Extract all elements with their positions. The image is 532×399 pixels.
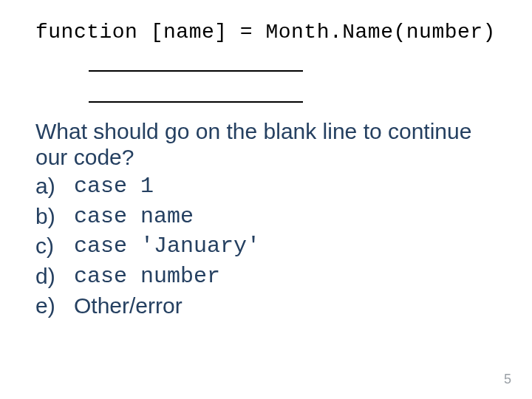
option-e-label: e): [35, 291, 74, 321]
slide: function [name] = Month.Name(number) Wha…: [0, 0, 532, 399]
option-d-code: case number: [74, 262, 220, 292]
blank-line-1: [89, 51, 497, 75]
option-a-label: a): [35, 171, 74, 202]
option-b: b) case name: [35, 202, 497, 232]
question-text: What should go on the blank line to cont…: [35, 119, 497, 170]
question-line-1: What should go on the blank line to cont…: [35, 119, 471, 143]
option-b-label: b): [35, 202, 74, 232]
option-d: d) case number: [35, 262, 497, 292]
blank-line-2: [89, 82, 497, 106]
option-c-code: case 'January': [74, 231, 260, 262]
code-line-1: function [name] = Month.Name(number): [35, 21, 497, 44]
option-b-code: case name: [74, 202, 194, 232]
option-d-label: d): [35, 262, 74, 292]
option-c-label: c): [35, 231, 74, 262]
page-number: 5: [504, 372, 511, 387]
question-line-2: our code?: [35, 145, 134, 169]
option-e: e) Other/error: [35, 291, 497, 321]
option-a: a) case 1: [35, 171, 497, 202]
option-c: c) case 'January': [35, 231, 497, 262]
options-list: a) case 1 b) case name c) case 'January'…: [35, 171, 497, 321]
option-a-code: case 1: [74, 171, 154, 202]
option-e-text: Other/error: [74, 291, 183, 321]
